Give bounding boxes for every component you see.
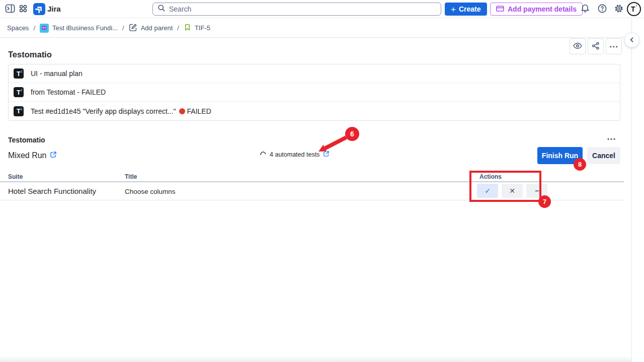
- table-row-suite-cell[interactable]: Hotel Search Functionality: [8, 187, 96, 195]
- list-item-failed-test[interactable]: T Test #ed1d1e45 "Verify app displays co…: [9, 102, 620, 120]
- breadcrumb-separator: /: [122, 24, 124, 32]
- global-search[interactable]: [152, 3, 441, 16]
- failed-status-dot-icon: [179, 108, 185, 114]
- column-header-actions: Actions: [479, 173, 502, 180]
- settings-button[interactable]: [614, 4, 624, 14]
- finish-run-button[interactable]: Finish Run: [537, 147, 583, 164]
- avatar-logo-letter: T: [631, 5, 635, 13]
- collapse-panel-button[interactable]: [625, 33, 639, 47]
- add-payment-details-button[interactable]: Add payment details: [490, 3, 583, 16]
- app-title: Jira: [47, 5, 61, 13]
- search-icon: [157, 4, 166, 14]
- testomatio-linked-list: T UI - manual plan T from Testomat - FAI…: [8, 64, 620, 121]
- create-button-label: Create: [459, 5, 481, 13]
- gear-icon: [614, 4, 624, 15]
- automated-tests-summary: 4 automated tests: [260, 151, 330, 159]
- breadcrumb-add-parent-label: Add parent: [141, 24, 173, 32]
- edit-icon: [129, 23, 137, 33]
- table-row-actions: ✓ ✕ −: [477, 184, 547, 198]
- external-link-icon[interactable]: [323, 151, 330, 159]
- table-row-divider: [0, 200, 624, 200]
- jira-logo-icon[interactable]: [33, 3, 45, 15]
- list-item-label: from Testomat - FAILED: [31, 88, 106, 96]
- breadcrumb-spaces[interactable]: Spaces: [7, 24, 29, 32]
- bottom-fade: [0, 356, 631, 362]
- breadcrumb-space-label: Test iBusiness Fundi...: [52, 24, 118, 32]
- help-icon: [597, 4, 607, 15]
- annotation-step-badge-6: 6: [345, 127, 359, 141]
- testomatio-panel-title: Testomatio: [8, 50, 52, 59]
- external-link-icon: [50, 151, 57, 160]
- right-panel-divider: [631, 18, 632, 362]
- share-icon: [591, 41, 600, 52]
- create-button[interactable]: + Create: [445, 3, 487, 16]
- column-header-title: Title: [125, 173, 137, 180]
- testomatio-logo-icon: T: [14, 87, 24, 97]
- sidebar-toggle-button[interactable]: [5, 4, 15, 14]
- ellipsis-icon: ⋯: [609, 41, 618, 52]
- loading-spinner-icon: [259, 151, 268, 159]
- testomatio-logo-icon: T: [14, 68, 24, 79]
- watch-button[interactable]: [570, 38, 586, 54]
- eye-icon: [573, 41, 583, 52]
- add-payment-details-label: Add payment details: [508, 5, 577, 13]
- breadcrumb-add-parent[interactable]: Add parent: [129, 23, 173, 33]
- run-more-actions-button[interactable]: ⋯: [603, 133, 621, 145]
- help-button[interactable]: [597, 4, 607, 14]
- avatar-logo-tick: ': [635, 4, 637, 10]
- bell-icon: [580, 4, 590, 15]
- bookmark-icon: [184, 24, 191, 33]
- breadcrumb-space[interactable]: Test iBusiness Fundi...: [40, 24, 118, 33]
- page-more-actions-button[interactable]: ⋯: [606, 38, 622, 54]
- space-avatar-icon: [40, 24, 49, 33]
- breadcrumb-issue[interactable]: TIF-5: [184, 24, 210, 33]
- chevron-left-icon: [628, 36, 635, 45]
- run-name-label: Mixed Run: [8, 151, 46, 160]
- app-switcher-button[interactable]: [18, 4, 28, 14]
- search-input[interactable]: [169, 5, 436, 13]
- list-item-label: UI - manual plan: [31, 69, 83, 78]
- list-item-label: Test #ed1d1e45 "Verify app displays corr…: [31, 107, 211, 115]
- breadcrumb-separator: /: [33, 24, 35, 32]
- notifications-button[interactable]: [580, 4, 590, 14]
- user-avatar[interactable]: T': [627, 2, 641, 16]
- failed-status-label: FAILED: [187, 107, 211, 115]
- mark-passed-button[interactable]: ✓: [477, 184, 498, 198]
- breadcrumb: Spaces / Test iBusiness Fundi... / Add p…: [7, 18, 210, 38]
- breadcrumb-separator: /: [177, 24, 179, 32]
- testomatio-logo-icon: T: [14, 106, 24, 116]
- minus-icon: −: [535, 187, 539, 195]
- breadcrumb-issue-key: TIF-5: [195, 24, 210, 32]
- automated-tests-label: 4 automated tests: [270, 151, 319, 158]
- mark-skipped-button[interactable]: −: [526, 184, 547, 198]
- breadcrumb-bar: Spaces / Test iBusiness Fundi... / Add p…: [0, 18, 624, 38]
- cross-icon: ✕: [509, 187, 515, 195]
- credit-card-icon: [496, 5, 504, 14]
- ellipsis-icon: ⋯: [607, 134, 617, 144]
- run-name-link[interactable]: Mixed Run: [8, 151, 57, 160]
- table-header-divider: [0, 181, 624, 182]
- plus-icon: +: [451, 5, 456, 14]
- mark-failed-button[interactable]: ✕: [502, 184, 523, 198]
- table-row-title-cell: Choose columns: [125, 188, 176, 195]
- list-item-manual-plan[interactable]: T UI - manual plan: [9, 64, 620, 83]
- top-nav: Jira + Create Add payment details T': [0, 0, 644, 18]
- list-item-from-testomat[interactable]: T from Testomat - FAILED: [9, 83, 620, 102]
- column-header-suite: Suite: [8, 173, 23, 180]
- run-panel-title: Testomatio: [8, 136, 45, 144]
- sidebar-toggle-icon: [5, 4, 15, 15]
- app-switcher-icon: [18, 4, 28, 15]
- check-icon: ✓: [485, 187, 491, 195]
- cancel-button[interactable]: Cancel: [587, 147, 620, 164]
- share-button[interactable]: [588, 38, 604, 54]
